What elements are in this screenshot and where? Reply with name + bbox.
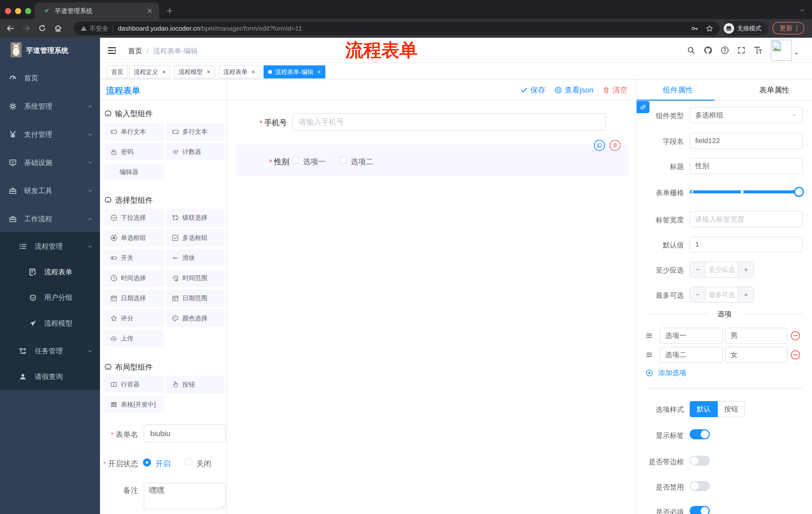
drag-handle-icon[interactable] xyxy=(646,351,653,358)
component-编辑器[interactable]: 编辑器 xyxy=(105,163,164,181)
hamburger-icon[interactable] xyxy=(107,46,117,55)
github-icon[interactable] xyxy=(703,46,713,55)
component-按钮[interactable]: 按钮 xyxy=(166,376,225,393)
sidebar-item-研发工具[interactable]: 研发工具 xyxy=(0,177,100,205)
reload-icon[interactable] xyxy=(38,24,46,32)
是否必填-switch[interactable] xyxy=(690,506,710,514)
title-input[interactable]: 性别 xyxy=(690,158,803,174)
min-stepper[interactable]: −至少应选+ xyxy=(690,262,754,278)
sidebar-item-基础设施[interactable]: 基础设施 xyxy=(0,148,100,177)
component-单选框组[interactable]: 单选框组 xyxy=(105,229,164,246)
component-颜色选择[interactable]: 颜色选择 xyxy=(166,309,225,327)
grid-slider-track[interactable] xyxy=(690,190,803,193)
component-时间选择[interactable]: 时间选择 xyxy=(105,269,164,287)
sidebar-item-首页[interactable]: 首页 xyxy=(0,64,100,92)
tag-流程定义[interactable]: 流程定义× xyxy=(129,65,170,78)
breadcrumb-home[interactable]: 首页 xyxy=(128,47,142,55)
gender-option1-label[interactable]: 选项一 xyxy=(303,157,326,167)
bookmark-star-icon[interactable] xyxy=(705,24,714,32)
component-开关[interactable]: 开关 xyxy=(105,249,164,267)
component-评分[interactable]: 评分 xyxy=(105,309,164,327)
显示标签-switch[interactable] xyxy=(690,429,710,439)
url-bar[interactable]: 不安全 dashboard.yudao.iocoder.cn/bpm/manag… xyxy=(74,22,720,35)
form-name-input[interactable]: biubiu xyxy=(144,425,226,442)
component-密码[interactable]: 密码 xyxy=(105,143,164,160)
browser-tab[interactable]: 芋道管理系统 xyxy=(35,2,159,19)
component-日期范围[interactable]: 日期范围 xyxy=(166,290,225,307)
drag-handle-icon[interactable] xyxy=(646,332,653,339)
sidebar-item-工作流程[interactable]: 工作流程 xyxy=(0,205,100,233)
gender-option2-label[interactable]: 选项二 xyxy=(351,157,373,167)
component-滑块[interactable]: 滑块 xyxy=(166,249,225,267)
gender-option1-checkbox[interactable] xyxy=(292,157,299,164)
new-tab-button[interactable] xyxy=(166,7,173,15)
max-stepper[interactable]: −最多可选+ xyxy=(690,287,754,303)
保存-button[interactable]: 保存 xyxy=(520,85,546,95)
question-icon[interactable] xyxy=(721,46,729,55)
traffic-zoom-button[interactable] xyxy=(25,8,31,14)
component-级联选择[interactable]: 级联选择 xyxy=(166,209,225,226)
style-button-button[interactable]: 按钮 xyxy=(718,401,745,417)
查看json-button[interactable]: 查看json xyxy=(554,85,593,95)
sidebar-logo[interactable]: 芋道管理系统 xyxy=(0,38,100,62)
sidebar-item-流程模型[interactable]: 流程模型 xyxy=(0,309,100,337)
fullscreen-icon[interactable] xyxy=(737,46,746,55)
清空-button[interactable]: 清空 xyxy=(603,85,628,95)
tag-close-icon[interactable]: × xyxy=(162,69,166,76)
default-input[interactable]: 1 xyxy=(690,236,803,252)
tag-流程表单[interactable]: 流程表单× xyxy=(219,65,260,78)
sidebar-item-流程表单[interactable]: 流程表单 xyxy=(0,258,100,286)
forward-icon[interactable] xyxy=(22,24,31,33)
tag-流程模型[interactable]: 流程模型× xyxy=(174,65,215,78)
option-value-input[interactable]: 选项一 xyxy=(660,328,723,344)
tag-流程表单-编辑[interactable]: 流程表单-编辑× xyxy=(264,65,325,78)
min-increase[interactable]: + xyxy=(738,262,753,277)
是否带边框-switch[interactable] xyxy=(690,456,710,466)
component-日期选择[interactable]: 日期选择 xyxy=(105,290,164,307)
gender-option2-checkbox[interactable] xyxy=(340,157,347,164)
search-icon[interactable] xyxy=(687,46,695,55)
max-decrease[interactable]: − xyxy=(690,287,705,302)
component-单行文本[interactable]: 单行文本 xyxy=(105,123,164,140)
component-多选框组[interactable]: 多选框组 xyxy=(166,229,225,246)
field-input[interactable]: field122 xyxy=(690,133,803,149)
tag-close-icon[interactable]: × xyxy=(252,69,255,76)
update-button[interactable]: 更新 xyxy=(772,22,805,34)
sidebar-item-任务管理[interactable]: 任务管理 xyxy=(0,337,100,365)
是否禁用-switch[interactable] xyxy=(690,481,710,491)
type-select[interactable]: 多选框组 xyxy=(690,107,803,123)
option-label-input[interactable]: 男 xyxy=(725,328,787,344)
option-value-input[interactable]: 选项二 xyxy=(660,347,723,363)
tag-close-icon[interactable]: × xyxy=(207,69,210,76)
phone-input[interactable]: 请输入手机号 xyxy=(292,113,606,131)
add-option-button[interactable]: 添加选项 xyxy=(646,368,686,378)
component-表格[开发中][interactable]: 表格[开发中] xyxy=(105,396,164,413)
sidebar-item-请假查询[interactable]: 请假查询 xyxy=(0,362,100,391)
component-上传[interactable]: 上传 xyxy=(105,330,164,347)
form-remark-textarea[interactable]: 嘿嘿 xyxy=(144,483,226,510)
component-下拉选择[interactable]: 下拉选择 xyxy=(105,209,164,226)
max-increase[interactable]: + xyxy=(738,287,753,302)
back-icon[interactable] xyxy=(6,24,14,33)
avatar-caret-icon[interactable] xyxy=(794,51,799,56)
style-default-button[interactable]: 默认 xyxy=(690,401,718,417)
component-计数器[interactable]: 计数器 xyxy=(166,143,225,160)
tab-close-icon[interactable] xyxy=(147,8,153,14)
remove-option-icon[interactable] xyxy=(790,350,801,360)
fontsize-icon[interactable] xyxy=(754,46,763,55)
password-key-icon[interactable] xyxy=(691,25,698,32)
component-多行文本[interactable]: 多行文本 xyxy=(166,123,225,140)
sidebar-item-流程管理[interactable]: 流程管理 xyxy=(0,232,100,261)
copy-component-button[interactable] xyxy=(594,140,605,151)
delete-component-button[interactable] xyxy=(609,140,620,151)
min-decrease[interactable]: − xyxy=(690,262,705,277)
status-off-radio[interactable] xyxy=(185,458,193,466)
slider-thumb[interactable] xyxy=(794,187,804,197)
sidebar-item-用户分组[interactable]: 用户分组 xyxy=(0,283,100,312)
status-on-label[interactable]: 开启 xyxy=(155,459,171,469)
browser-menu-dots-icon[interactable] xyxy=(796,25,798,31)
tab-form-props[interactable]: 表单属性 xyxy=(729,79,812,101)
width-input[interactable]: 请输入标签宽度 xyxy=(690,211,803,227)
user-avatar[interactable] xyxy=(771,40,792,61)
status-on-radio[interactable] xyxy=(143,458,151,466)
